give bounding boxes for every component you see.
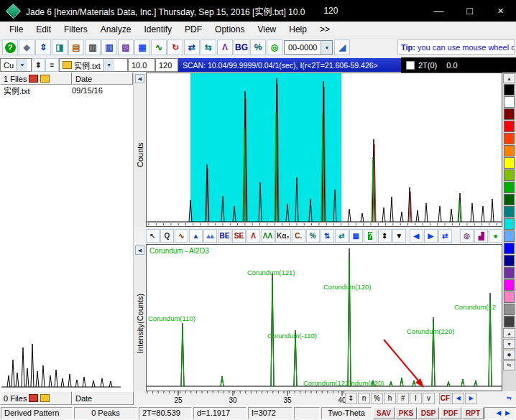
- menu-options[interactable]: Options: [208, 23, 251, 36]
- palette-color-9[interactable]: [504, 194, 515, 205]
- status-rpt-button[interactable]: RPT: [462, 407, 484, 419]
- se-icon[interactable]: SE: [232, 229, 246, 243]
- pdf-files-column-header[interactable]: 0 Files: [0, 391, 72, 405]
- zoom-icon[interactable]: Q: [160, 229, 174, 243]
- nav-swap-icon[interactable]: ⇄: [438, 229, 452, 243]
- maximize-button[interactable]: □: [454, 0, 485, 22]
- be-icon[interactable]: BE: [218, 229, 231, 243]
- web-icon[interactable]: ◎: [267, 39, 282, 55]
- peak-area-icon[interactable]: ▲: [189, 229, 203, 243]
- palette-color-16[interactable]: [504, 279, 515, 291]
- display-icon[interactable]: ▧: [118, 39, 134, 55]
- exchange-icon[interactable]: ⇆: [201, 39, 216, 55]
- palette-up-button[interactable]: ▲: [503, 328, 515, 338]
- palette-color-14[interactable]: [504, 255, 515, 266]
- menu-view[interactable]: View: [251, 23, 282, 36]
- main-scan-chart[interactable]: [146, 73, 502, 227]
- refresh-icon[interactable]: ↻: [167, 39, 183, 55]
- pdf-number-combo[interactable]: 00-0000 ▼: [284, 40, 333, 55]
- histogram-icon[interactable]: ▦: [134, 39, 150, 55]
- status-dsp-button[interactable]: DSP: [418, 407, 439, 419]
- palette-color-13[interactable]: [504, 243, 515, 254]
- profile-fit-icon[interactable]: ∿: [175, 229, 188, 243]
- axis-right-button[interactable]: ▶: [465, 393, 477, 404]
- nav-left-icon[interactable]: ◀: [494, 409, 503, 416]
- palette-down-button[interactable]: ▼: [503, 339, 515, 349]
- file-list-button[interactable]: ≡: [45, 58, 59, 72]
- palette-top-button[interactable]: ▲: [503, 73, 515, 83]
- format-v-button[interactable]: v: [423, 393, 435, 404]
- palette-color-4[interactable]: [504, 133, 515, 144]
- stack-icon[interactable]: ⇅: [321, 229, 334, 243]
- palette-color-8[interactable]: [504, 182, 515, 193]
- peak-red-icon[interactable]: Λ: [247, 229, 260, 243]
- kalpha2-icon[interactable]: Kα₂: [275, 229, 291, 243]
- help-icon[interactable]: ?: [364, 229, 377, 243]
- peak-range-icon[interactable]: ▴▴: [203, 229, 217, 243]
- percent-icon[interactable]: %: [306, 229, 320, 243]
- status-sav-button[interactable]: SAV: [373, 407, 395, 419]
- axis-spinner[interactable]: ⇕: [345, 393, 357, 404]
- menu-help[interactable]: Help: [282, 23, 313, 36]
- format-h-button[interactable]: h: [384, 393, 396, 404]
- palette-color-15[interactable]: [504, 267, 515, 279]
- menu-edit[interactable]: Edit: [29, 23, 57, 36]
- date-column-header[interactable]: Date: [72, 73, 133, 85]
- overlay-icon[interactable]: ⇄: [184, 39, 200, 55]
- palette-color-6[interactable]: [504, 157, 515, 169]
- chart-icon[interactable]: ▟: [474, 229, 488, 243]
- anode-combo[interactable]: Cu ▼: [0, 58, 32, 72]
- anode-spinner[interactable]: ⇕: [32, 58, 45, 72]
- format-x-button[interactable]: %: [371, 393, 383, 404]
- palette-swap-button[interactable]: ⇆: [503, 360, 515, 370]
- palette-color-7[interactable]: [504, 169, 515, 181]
- palette-color-5[interactable]: [504, 145, 515, 157]
- pointer-icon[interactable]: ↖: [146, 229, 160, 243]
- collapse-pane-icon[interactable]: ◀: [135, 246, 144, 255]
- palette-diamond-button[interactable]: ◆: [503, 350, 515, 360]
- scale-spinner[interactable]: ⇕: [378, 229, 392, 243]
- menu-more[interactable]: >>: [313, 23, 336, 36]
- peaks-green-icon[interactable]: ΛΛ: [261, 229, 275, 243]
- nav-right-icon[interactable]: ▶: [424, 229, 438, 243]
- nav-left-icon[interactable]: ◀: [410, 229, 423, 243]
- grid-icon[interactable]: ▦: [349, 229, 363, 243]
- pdf-card-icon[interactable]: ◨: [52, 39, 68, 55]
- two-theta-zero-checkbox[interactable]: [406, 61, 415, 70]
- menu-analyze[interactable]: Analyze: [94, 23, 138, 36]
- report-icon[interactable]: ▤: [68, 39, 84, 55]
- palette-color-2[interactable]: [504, 108, 515, 120]
- kalpha-icon[interactable]: Λ: [217, 39, 233, 55]
- status-pdf-button[interactable]: PDF: [440, 407, 461, 419]
- pdf-date-column-header[interactable]: Date: [72, 391, 134, 405]
- nav-right-icon[interactable]: ▶: [503, 409, 512, 416]
- palette-color-0[interactable]: [504, 84, 515, 95]
- menu-pdf[interactable]: PDF: [178, 23, 208, 36]
- pattern-icon[interactable]: ∿: [151, 39, 167, 55]
- phase-id-chart[interactable]: Corundum(110)Corundum(121)Corundum(-110)…: [146, 244, 502, 391]
- menu-identify[interactable]: Identify: [137, 23, 178, 36]
- palette-color-17[interactable]: [504, 291, 515, 303]
- file-combo[interactable]: 实例.txt ▼: [59, 58, 128, 72]
- sort-icon[interactable]: ⇕: [35, 39, 51, 55]
- format-x-button[interactable]: #: [397, 393, 409, 404]
- status-pks-button[interactable]: PKS: [395, 407, 417, 419]
- calibrate-icon[interactable]: C.: [292, 229, 305, 243]
- minimize-button[interactable]: —: [423, 0, 454, 22]
- palette-color-18[interactable]: [504, 304, 515, 315]
- palette-color-19[interactable]: [504, 316, 515, 327]
- help-icon[interactable]: ?: [2, 39, 18, 55]
- bg-icon[interactable]: BG: [234, 39, 249, 55]
- menu-file[interactable]: File: [3, 23, 29, 36]
- preferences-icon[interactable]: ◆: [19, 39, 34, 55]
- collapse-pane-icon[interactable]: ◀: [135, 74, 144, 83]
- delete-folder-icon[interactable]: [29, 394, 38, 402]
- format-i-button[interactable]: I: [410, 393, 422, 404]
- palette-color-3[interactable]: [504, 121, 515, 132]
- folder-icon[interactable]: [40, 75, 50, 83]
- globe-icon[interactable]: ●: [489, 229, 502, 243]
- scale-dropdown[interactable]: ▼: [392, 229, 406, 243]
- palette-color-10[interactable]: [504, 206, 515, 218]
- axis-left-button[interactable]: ◀: [452, 393, 464, 404]
- cf-button[interactable]: CF: [439, 393, 451, 404]
